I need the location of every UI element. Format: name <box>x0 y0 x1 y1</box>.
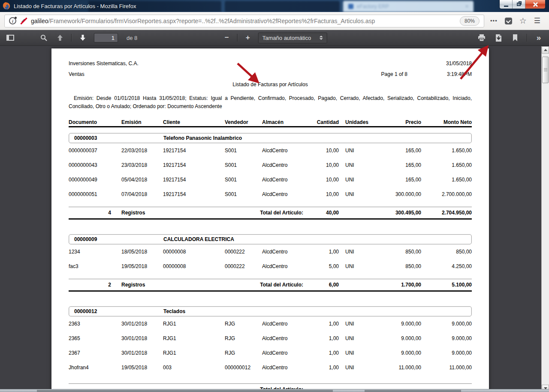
column-header-vendedor: Vendedor <box>225 119 262 125</box>
vertical-scrollbar[interactable] <box>541 46 549 392</box>
maximize-button[interactable] <box>513 0 525 9</box>
total-monto: 5.100,00 <box>421 282 472 288</box>
find-button[interactable] <box>39 32 49 43</box>
zoom-out-icon: − <box>225 33 229 42</box>
previous-page-button[interactable] <box>55 32 65 43</box>
chevron-double-right-icon: » <box>537 33 541 42</box>
report-date: 31/05/2018 <box>407 60 472 66</box>
print-button[interactable] <box>477 32 487 43</box>
sidebar-toggle-button[interactable] <box>5 32 15 43</box>
pocket-icon[interactable] <box>505 18 512 24</box>
cell-vendedor: S001 <box>225 177 262 183</box>
next-page-button[interactable] <box>78 32 88 43</box>
cell-cantidad: 10,00 <box>303 148 339 154</box>
blocked-plugin-icon[interactable] <box>20 18 27 24</box>
cell-monto-neto: 9.000,00 <box>421 350 472 356</box>
cell-vendedor: 0000222 <box>225 249 262 255</box>
cell-almacen: AlcdCentro <box>262 365 303 371</box>
table-row: fac319/05/2018000000080000222AlcdCentro5… <box>69 259 472 274</box>
more-tools-button[interactable]: » <box>534 32 544 43</box>
page-actions-icon[interactable]: ••• <box>490 18 498 24</box>
cell-monto-neto: 4.250,00 <box>421 263 472 269</box>
cell-documento: fac3 <box>69 263 121 269</box>
cell-cantidad: 1,00 <box>303 350 339 356</box>
cell-emision: 30/01/2018 <box>121 350 163 356</box>
article-group: 00000009CALCULADORA ELECTRICA123418/05/2… <box>69 234 472 292</box>
cell-documento: 0000000037 <box>69 148 121 154</box>
cell-cantidad: 1,00 <box>303 365 339 371</box>
background-window-tab <box>225 1 340 12</box>
cell-unidades: UNI <box>339 148 377 154</box>
cell-emision: 07/04/2018 <box>121 191 163 197</box>
report-title: Listado de Facturas por Artículos <box>69 79 472 90</box>
page-zoom-badge[interactable]: 80% <box>460 16 480 26</box>
scroll-up-button[interactable] <box>542 46 549 54</box>
cell-emision: 30/01/2018 <box>121 335 163 341</box>
url-bar[interactable]: i galileo/Framework/Formularios/frmVisor… <box>4 15 484 27</box>
navigation-bar: i galileo/Framework/Formularios/frmVisor… <box>0 12 549 30</box>
article-name: Teclados <box>163 308 185 314</box>
download-button[interactable] <box>493 32 504 43</box>
cell-vendedor: RJG <box>225 335 262 341</box>
cell-emision: 22/03/2018 <box>121 148 163 154</box>
cell-monto-neto: 9.000,00 <box>421 321 472 327</box>
page-count-label: de 8 <box>127 35 137 41</box>
cell-cantidad: 10,00 <box>303 191 339 197</box>
zoom-select-value: Tamaño automático <box>262 35 311 41</box>
zoom-select[interactable]: Tamaño automático <box>258 33 327 43</box>
menu-icon[interactable]: ☰ <box>534 16 540 25</box>
site-info-icon[interactable]: i <box>9 17 16 24</box>
cell-emision: 05/04/2018 <box>121 177 163 183</box>
nav-actions: ••• ☆ ☰ <box>486 16 545 25</box>
article-group-header: 00000012Teclados <box>69 306 472 317</box>
report-company: Inversiones Sistematicas, C.A. <box>69 60 407 66</box>
cell-precio: 165,00 <box>377 177 421 183</box>
article-name: CALCULADORA ELECTRICA <box>163 236 234 242</box>
cell-unidades: UNI <box>339 350 377 356</box>
cell-unidades: UNI <box>339 335 377 341</box>
article-name: Telefono Panasonic Inalambrico <box>163 135 242 141</box>
cell-cantidad: 1,00 <box>303 335 339 341</box>
table-row: 236730/01/2018RJG1RJGAlcdCentro1,00UNI9.… <box>69 346 472 360</box>
url-path: /Framework/Formularios/frmVisorReportes.… <box>48 18 375 24</box>
cell-cliente: RJG1 <box>163 321 225 327</box>
cell-precio: 11.000,00 <box>377 365 421 371</box>
column-header-cantidad: Cantidad <box>303 119 339 125</box>
cell-documento: 0000000049 <box>69 177 121 183</box>
minimize-button[interactable] <box>500 0 513 9</box>
cell-monto-neto: 1.650,00 <box>421 177 472 183</box>
table-row: 000000004323/03/201819217154S001AlcdCent… <box>69 158 472 172</box>
cell-emision: 18/05/2018 <box>121 249 163 255</box>
url-host: galileo <box>31 18 48 24</box>
cell-cliente: RJG1 <box>163 350 225 356</box>
report-criteria: Emisión: Desde 01/01/2018 Hasta 31/05/20… <box>69 94 472 111</box>
scrollbar-thumb[interactable] <box>542 57 549 83</box>
cell-vendedor: RJG <box>225 321 262 327</box>
zoom-in-button[interactable]: + <box>243 32 253 43</box>
cell-precio: 165,00 <box>377 162 421 168</box>
cell-documento: 2367 <box>69 350 121 356</box>
total-cantidad: 40,00 <box>303 210 339 216</box>
cell-documento: 0000000043 <box>69 162 121 168</box>
cell-emision: 30/01/2018 <box>121 321 163 327</box>
url-text[interactable]: galileo/Framework/Formularios/frmVisorRe… <box>31 18 456 24</box>
cell-documento: 0000000051 <box>69 191 121 197</box>
article-code: 00000012 <box>74 308 163 314</box>
firefox-window: eFactory ERP × Listado de Facturas por A… <box>0 0 549 392</box>
bookmark-star-icon[interactable]: ☆ <box>519 18 527 24</box>
cell-precio: 850,00 <box>377 263 421 269</box>
close-button[interactable] <box>525 0 545 9</box>
arrow-down-icon <box>80 34 86 41</box>
table-row: 000000005107/04/201819217154S001AlcdCent… <box>69 187 472 202</box>
total-article-label: Total del Artículo: <box>225 210 303 216</box>
column-header-monto-neto: Monto Neto <box>421 119 472 125</box>
table-row: 236530/01/2018RJG1RJGAlcdCentro1,00UNI9.… <box>69 331 472 346</box>
cell-vendedor: RJG <box>225 350 262 356</box>
group-total-row: 4RegistrosTotal del Artículo:40,00300.49… <box>69 207 472 220</box>
cell-precio: 9.000,00 <box>377 321 421 327</box>
bookmark-button[interactable] <box>510 32 520 43</box>
cell-emision: 19/05/2018 <box>121 365 163 371</box>
page-number-input[interactable] <box>94 33 118 42</box>
cell-cliente: 00000008 <box>163 249 225 255</box>
zoom-out-button[interactable]: − <box>222 32 232 43</box>
